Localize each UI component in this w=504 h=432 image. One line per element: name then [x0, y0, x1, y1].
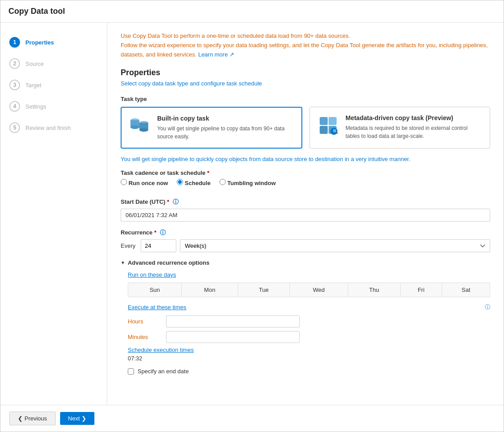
learn-more-link[interactable]: Learn more ↗ — [198, 51, 234, 58]
day-sun: Sun — [128, 283, 182, 297]
step-circle-1: 1 — [9, 37, 20, 48]
task-card-builtin-text: Built-in copy task You will get single p… — [157, 115, 294, 141]
app-container: Copy Data tool 1 Properties 2 Source 3 T… — [0, 0, 504, 432]
sidebar-item-source: 2 Source — [0, 53, 107, 74]
end-date-checkbox[interactable] — [128, 368, 134, 375]
section-title: Properties — [121, 68, 490, 77]
task-card-metadata[interactable]: 🔍 Metadata-driven copy task (Preview) Me… — [309, 107, 490, 149]
minutes-row: Minutes — [128, 331, 490, 343]
info-banner: Use Copy Data Tool to perform a one-time… — [121, 32, 490, 59]
main-content: 1 Properties 2 Source 3 Target 4 Setting… — [0, 23, 504, 405]
sidebar-label-target: Target — [25, 82, 41, 89]
execute-times-row: Execute at these times ⓘ — [128, 303, 490, 311]
title-bar: Copy Data tool — [0, 0, 504, 23]
sidebar-label-review: Review and finish — [25, 125, 71, 131]
builtin-desc: You will get single pipeline to copy dat… — [157, 125, 294, 141]
radio-run-once[interactable]: Run once now — [121, 179, 168, 186]
radio-tumbling-label: Tumbling window — [228, 180, 276, 186]
collapse-arrow-icon: ▼ — [121, 260, 125, 265]
schedule-link[interactable]: Schedule execution times — [128, 347, 194, 353]
app-title: Copy Data tool — [8, 7, 496, 16]
metadata-desc: Metadata is required to be stored in ext… — [345, 124, 483, 140]
sidebar-item-review: 5 Review and finish — [0, 117, 107, 138]
sidebar-item-properties[interactable]: 1 Properties — [0, 32, 107, 53]
day-tue: Tue — [238, 283, 290, 297]
advanced-content: Run on these days Sun Mon Tue Wed Thu Fr… — [121, 271, 490, 375]
recurrence-number-input[interactable] — [141, 239, 176, 252]
svg-rect-7 — [329, 117, 337, 125]
sidebar-label-properties: Properties — [25, 39, 54, 46]
execute-times-info-icon: ⓘ — [485, 303, 490, 311]
run-on-days-link[interactable]: Run on these days — [128, 271, 176, 278]
svg-rect-6 — [320, 117, 328, 125]
svg-point-2 — [130, 125, 139, 129]
metadata-title: Metadata-driven copy task (Preview) — [345, 114, 483, 121]
sidebar: 1 Properties 2 Source 3 Target 4 Setting… — [0, 23, 107, 405]
step-circle-3: 3 — [9, 80, 20, 90]
hours-input[interactable] — [166, 315, 300, 327]
radio-run-once-input[interactable] — [121, 179, 127, 185]
day-mon: Mon — [181, 283, 238, 297]
pipeline-description: You will get single pipeline to quickly … — [121, 156, 490, 162]
task-type-label: Task type — [121, 96, 490, 102]
task-card-metadata-text: Metadata-driven copy task (Preview) Meta… — [345, 114, 483, 140]
step-circle-2: 2 — [9, 58, 20, 69]
previous-button[interactable]: ❮ Previous — [9, 412, 56, 425]
minutes-label: Minutes — [128, 334, 159, 340]
sidebar-item-target: 3 Target — [0, 74, 107, 96]
previous-label: Previous — [24, 415, 47, 422]
schedule-time: 07:32 — [128, 355, 490, 362]
next-button[interactable]: Next ❯ — [60, 412, 95, 425]
svg-rect-8 — [320, 126, 328, 134]
task-card-builtin[interactable]: Built-in copy task You will get single p… — [121, 107, 302, 149]
end-date-label: Specify an end date — [138, 368, 189, 375]
builtin-icon — [129, 115, 151, 137]
radio-tumbling[interactable]: Tumbling window — [219, 179, 276, 186]
svg-point-5 — [139, 128, 148, 132]
advanced-header[interactable]: ▼ Advanced recurrence options — [121, 259, 490, 266]
next-label: Next — [68, 415, 80, 422]
cadence-group: Task cadence or task schedule * Run once… — [121, 170, 490, 189]
day-sat: Sat — [442, 283, 490, 297]
bottom-nav: ❮ Previous Next ❯ — [0, 405, 504, 432]
day-thu: Thu — [348, 283, 401, 297]
start-date-info-icon: ⓘ — [173, 198, 179, 205]
radio-schedule[interactable]: Schedule — [177, 179, 210, 186]
sidebar-label-settings: Settings — [25, 103, 46, 110]
builtin-title: Built-in copy task — [157, 115, 294, 122]
previous-icon: ❮ — [18, 415, 23, 422]
cadence-required: * — [207, 170, 209, 176]
svg-text:🔍: 🔍 — [333, 129, 338, 134]
days-table: Sun Mon Tue Wed Thu Fri Sat — [128, 283, 490, 297]
step-circle-4: 4 — [9, 101, 20, 112]
recurrence-info-icon: ⓘ — [160, 229, 166, 236]
every-label: Every — [121, 242, 135, 249]
hours-row: Hours — [128, 315, 490, 327]
cadence-label-text: Task cadence or task schedule — [121, 170, 206, 176]
info-text-2: Follow the wizard experience to specify … — [121, 41, 490, 60]
next-icon: ❯ — [81, 415, 86, 422]
recurrence-label: Recurrence * ⓘ — [121, 229, 490, 237]
advanced-recurrence-section: ▼ Advanced recurrence options Run on the… — [121, 259, 490, 375]
radio-tumbling-input[interactable] — [219, 179, 226, 185]
radio-schedule-input[interactable] — [177, 179, 183, 185]
task-type-row: Built-in copy task You will get single p… — [121, 107, 490, 149]
recurrence-group: Recurrence * ⓘ Every Minute(s) Hour(s) D… — [121, 229, 490, 252]
info-text-1: Use Copy Data Tool to perform a one-time… — [121, 32, 490, 41]
execute-times-link[interactable]: Execute at these times — [128, 304, 187, 311]
sidebar-label-source: Source — [25, 61, 44, 67]
hours-label: Hours — [128, 318, 159, 325]
step-circle-5: 5 — [9, 122, 20, 133]
end-date-row: Specify an end date — [128, 368, 490, 375]
day-wed: Wed — [289, 283, 348, 297]
start-date-input[interactable] — [121, 209, 490, 222]
radio-run-once-label: Run once now — [129, 180, 168, 186]
metadata-icon: 🔍 — [317, 114, 339, 137]
day-fri: Fri — [400, 283, 442, 297]
section-subtitle: Select copy data task type and configure… — [121, 80, 490, 87]
advanced-label: Advanced recurrence options — [128, 259, 210, 266]
recurrence-unit-select[interactable]: Minute(s) Hour(s) Day(s) Week(s) Month(s… — [180, 239, 490, 252]
radio-schedule-label: Schedule — [185, 180, 211, 186]
minutes-input[interactable] — [166, 331, 300, 343]
start-date-group: Start Date (UTC) * ⓘ — [121, 198, 490, 222]
